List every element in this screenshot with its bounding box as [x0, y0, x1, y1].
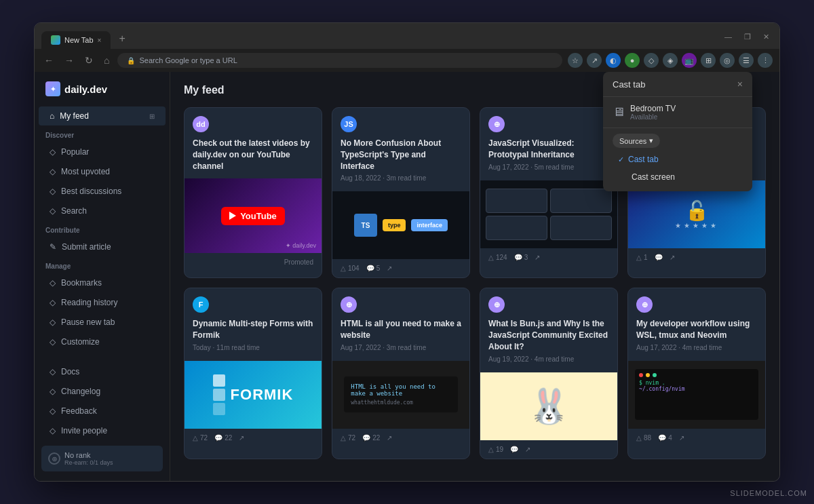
extension-6[interactable]: ◎ [720, 53, 735, 68]
share-stat[interactable]: ↗ [525, 446, 530, 453]
cast-tab-option[interactable]: ✓ Cast tab [613, 151, 743, 168]
sidebar-item-docs[interactable]: ◇ Docs [39, 362, 166, 381]
chevron-down-icon: ▾ [649, 136, 653, 145]
sidebar-item-readinghistory[interactable]: ◇ Reading history [39, 293, 166, 312]
window-controls: — ❐ ✕ [721, 31, 773, 47]
card-footer: △ 72 💬 22 ↗ [332, 429, 469, 447]
sidebar-item-feedback[interactable]: ◇ Feedback [39, 402, 166, 421]
changelog-icon: ◇ [50, 387, 56, 396]
customize-label: Customize [61, 337, 100, 347]
comment-stat: 💬 5 [366, 265, 381, 272]
card-image [480, 180, 617, 248]
upvote-stat: △ 19 [488, 446, 503, 453]
interface-badge: interface [411, 219, 448, 231]
vis-block-2 [550, 189, 612, 213]
card-wsl[interactable]: ⊕ My developer workflow using WSL, tmux … [627, 288, 766, 459]
back-button[interactable]: ← [41, 54, 56, 67]
share-stat[interactable]: ↗ [387, 265, 392, 272]
sidebar-item-bookmarks[interactable]: ◇ Bookmarks [39, 273, 166, 292]
extension-5[interactable]: ⊞ [701, 53, 716, 68]
close-button[interactable]: ✕ [760, 31, 773, 43]
card-html[interactable]: ⊕ HTML is all you need to make a website… [332, 288, 470, 459]
sidebar-item-customize[interactable]: ◇ Customize [39, 332, 166, 351]
share-icon: ↗ [387, 434, 392, 442]
share-stat[interactable]: ↗ [679, 434, 684, 442]
share-icon: ↗ [525, 446, 530, 453]
my-feed-settings-icon[interactable]: ⊞ [149, 113, 155, 120]
sidebar-item-changelog[interactable]: ◇ Changelog [39, 382, 166, 401]
share-stat[interactable]: ↗ [670, 254, 675, 261]
logo-text: daily.dev [64, 83, 107, 95]
card-title: My developer workflow using WSL, tmux an… [636, 318, 757, 341]
card-meta: Today · 11m read time [193, 344, 313, 351]
cast-screen-option[interactable]: Cast screen [613, 168, 743, 186]
card-jsvisual[interactable]: ⊕ JavaScript Visualized: Prototypal Inhe… [480, 107, 618, 278]
yellow-dot [646, 373, 650, 377]
share-stat[interactable]: ↗ [387, 434, 392, 442]
feedback-label: Feedback [61, 406, 97, 416]
upvote-count: 19 [496, 446, 503, 453]
forward-button[interactable]: → [62, 54, 77, 67]
card-youtube[interactable]: dd Check out the latest videos by daily.… [184, 107, 322, 278]
reload-button[interactable]: ↻ [82, 54, 96, 67]
source-icon: F [193, 296, 209, 313]
card-footer: △ 19 💬 ↗ [480, 440, 617, 459]
card-image: TS type interface [332, 191, 469, 259]
sources-button[interactable]: Sources ▾ [613, 134, 660, 148]
home-button[interactable]: ⌂ [101, 54, 112, 67]
card-image: YouTube ✦ daily.dev [185, 178, 322, 253]
html-domain: whatthehtmldude.com [351, 400, 450, 406]
share-stat[interactable]: ↗ [239, 434, 244, 442]
sidebar-item-search[interactable]: ◇ Search [39, 201, 166, 220]
terminal-line-1: $ nvim . [639, 380, 754, 386]
card-bun[interactable]: ⊕ What Is Bun.js and Why Is the JavaScri… [480, 288, 618, 459]
most-upvoted-label: Most upvoted [61, 167, 110, 176]
cast-button[interactable]: 📺 [682, 53, 697, 68]
share-stat[interactable]: ↗ [535, 254, 540, 261]
extension-4[interactable]: ◈ [663, 53, 678, 68]
card-meta: Aug 19, 2022 · 4m read time [488, 355, 609, 363]
card-meta: Aug 17, 2022 · 3m read time [341, 344, 461, 351]
extension-3[interactable]: ◇ [644, 53, 659, 68]
card-formik[interactable]: F Dynamic Multi-step Forms with Formik T… [184, 288, 322, 459]
bookmarks-label: Bookmarks [61, 278, 102, 288]
cast-close-button[interactable]: × [737, 79, 743, 90]
share-button[interactable]: ↗ [587, 53, 602, 68]
new-tab-button[interactable]: + [112, 28, 132, 49]
comment-icon: 💬 [510, 446, 518, 453]
sidebar-item-popular[interactable]: ◇ Popular [39, 142, 166, 161]
card-meta: Aug 18, 2022 · 3m read time [341, 174, 461, 182]
upvote-icon: △ [341, 434, 346, 442]
rank-icon: ◎ [48, 452, 60, 465]
upvote-stat: △ 1 [636, 254, 648, 261]
share-icon: ↗ [670, 254, 675, 261]
card-typescript[interactable]: JS No More Confusion About TypeScript's … [332, 107, 470, 278]
star-button[interactable]: ☆ [568, 53, 583, 68]
sidebar-item-myfeed[interactable]: ⌂ My feed ⊞ [39, 106, 166, 125]
sidebar-item-mostupvoted[interactable]: ◇ Most upvoted [39, 162, 166, 181]
card-footer: △ 104 💬 5 ↗ [332, 259, 469, 277]
history-icon: ◇ [50, 298, 56, 307]
manage-section-label: Manage [35, 257, 170, 273]
source-icon: ⊕ [488, 296, 505, 313]
extension-2[interactable]: ● [625, 53, 640, 68]
extension-1[interactable]: ◐ [606, 53, 621, 68]
cast-device[interactable]: 🖥 Bedroom TV Available [603, 97, 752, 128]
comment-icon: 💬 [362, 434, 370, 442]
menu-button[interactable]: ⋮ [758, 53, 773, 68]
tab-close-button[interactable]: × [98, 37, 102, 44]
reading-history-label: Reading history [61, 298, 117, 307]
sidebar-item-bestdiscussions[interactable]: ◇ Best discussions [39, 182, 166, 201]
sidebar-item-submitarticle[interactable]: ✎ Submit article [39, 237, 166, 256]
address-bar[interactable]: 🔒 Search Google or type a URL [117, 53, 562, 68]
edit-icon: ✎ [50, 242, 56, 252]
restore-button[interactable]: ❐ [741, 31, 754, 43]
active-tab[interactable]: New Tab × [41, 31, 111, 49]
minimize-button[interactable]: — [721, 31, 735, 42]
sidebar-item-pausenewtab[interactable]: ◇ Pause new tab [39, 313, 166, 332]
sidebar-item-invite[interactable]: ◇ Invite people [39, 421, 166, 440]
card-header: JS No More Confusion About TypeScript's … [332, 108, 469, 191]
card-title: JavaScript Visualized: Prototypal Inheri… [488, 138, 609, 161]
card-title: HTML is all you need to make a website [341, 318, 461, 341]
extension-7[interactable]: ☰ [739, 53, 754, 68]
